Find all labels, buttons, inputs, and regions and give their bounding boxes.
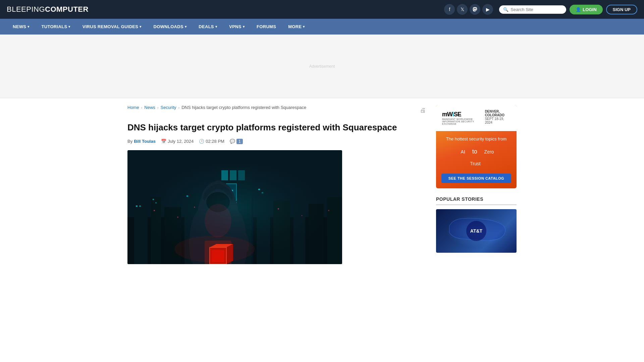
user-icon: 👤 — [576, 7, 581, 12]
ad-headline: AI to Zero Trust — [441, 144, 511, 168]
clock-icon: 🕑 — [199, 139, 204, 144]
sidebar-ad-header: mWiSE MANDIANT WORLDWIDE INFORMATION SEC… — [436, 105, 517, 131]
tutorials-chevron-icon: ▾ — [68, 25, 70, 28]
breadcrumb-sep-2: › — [157, 106, 159, 110]
nav-more[interactable]: MORE ▾ — [282, 19, 311, 35]
ad-location: DENVER, COLORADO — [485, 110, 512, 117]
mastodon-icon[interactable] — [470, 4, 480, 15]
virus-chevron-icon: ▾ — [140, 25, 141, 28]
ad-tagline: The hottest security topics from — [441, 136, 511, 141]
nav-news[interactable]: NEWS ▾ — [7, 19, 36, 35]
article-hero-svg: 8 0 0 — [127, 150, 342, 264]
nav-forums[interactable]: FORUMS — [251, 19, 282, 35]
att-thumbnail: AT&T — [436, 209, 517, 253]
sidebar: mWiSE MANDIANT WORLDWIDE INFORMATION SEC… — [436, 105, 517, 264]
breadcrumb-row: Home › News › Security › DNS hijacks tar… — [127, 105, 426, 116]
popular-stories-title: POPULAR STORIES — [436, 196, 517, 205]
author-link[interactable]: Bill Toulas — [134, 139, 156, 144]
att-logo-badge: AT&T — [466, 221, 486, 241]
nav-virus-removal[interactable]: VIRUS REMOVAL GUIDES ▾ — [76, 19, 148, 35]
breadcrumb-home[interactable]: Home — [127, 105, 139, 110]
logo-bold: COMPUTER — [45, 5, 89, 13]
article-time: 🕑 02:28 PM — [199, 139, 224, 144]
by-label: By — [127, 139, 132, 144]
article-meta: By Bill Toulas 📅 July 12, 2024 🕑 02:28 P… — [127, 139, 426, 144]
article-date: 📅 July 12, 2024 — [161, 139, 194, 144]
nav-vpns[interactable]: VPNS ▾ — [223, 19, 251, 35]
facebook-icon[interactable]: f — [444, 4, 455, 15]
sidebar-ad-body: The hottest security topics from AI to Z… — [436, 131, 517, 188]
more-chevron-icon: ▾ — [303, 25, 305, 28]
login-button[interactable]: 👤 LOGIN — [570, 5, 602, 14]
article-comments[interactable]: 💬 1 — [230, 139, 243, 144]
search-box[interactable]: 🔍 — [499, 5, 566, 14]
downloads-chevron-icon: ▾ — [185, 25, 186, 28]
mwise-logo: mWiSE MANDIANT WORLDWIDE INFORMATION SEC… — [441, 110, 480, 126]
breadcrumb-sep-3: › — [178, 106, 180, 110]
main-container: Home › News › Security › DNS hijacks tar… — [121, 98, 523, 271]
search-input[interactable] — [511, 7, 562, 12]
main-nav: NEWS ▾ TUTORIALS ▾ VIRUS REMOVAL GUIDES … — [0, 19, 644, 35]
breadcrumb-security[interactable]: Security — [161, 105, 176, 110]
ad-cta-button[interactable]: SEE THE SESSION CATALOG — [441, 174, 511, 183]
signup-button[interactable]: SIGN UP — [606, 5, 637, 14]
site-logo[interactable]: BLEEPINGCOMPUTER — [7, 5, 89, 14]
comment-count: 1 — [236, 139, 243, 144]
breadcrumb-sep-1: › — [141, 106, 143, 110]
social-icons: f 𝕏 ▶ — [444, 4, 493, 15]
breadcrumb-news[interactable]: News — [144, 105, 155, 110]
search-icon: 🔍 — [503, 7, 508, 12]
vpns-chevron-icon: ▾ — [243, 25, 245, 28]
calendar-icon: 📅 — [161, 139, 166, 144]
svg-point-47 — [174, 236, 255, 262]
deals-chevron-icon: ▾ — [215, 25, 217, 28]
header-right: f 𝕏 ▶ 🔍 👤 LOGIN SIGN UP — [444, 4, 637, 15]
twitter-icon[interactable]: 𝕏 — [457, 4, 468, 15]
article-column: Home › News › Security › DNS hijacks tar… — [127, 105, 426, 264]
nav-deals[interactable]: DEALS ▾ — [193, 19, 223, 35]
comment-icon: 💬 — [230, 139, 235, 144]
nav-downloads[interactable]: DOWNLOADS ▾ — [148, 19, 193, 35]
ad-banner: Advertisement — [0, 35, 644, 98]
logo-plain: BLEEPING — [7, 5, 45, 13]
nav-tutorials[interactable]: TUTORIALS ▾ — [36, 19, 76, 35]
article-image: 8 0 0 — [127, 150, 342, 264]
ad-dates: SEPT 18-19, 2024 — [485, 117, 512, 124]
popular-stories: POPULAR STORIES AT&T — [436, 196, 517, 253]
print-icon[interactable]: 🖨 — [420, 107, 426, 114]
popular-story-image[interactable]: AT&T — [436, 209, 517, 253]
youtube-icon[interactable]: ▶ — [482, 4, 493, 15]
sidebar-ad[interactable]: mWiSE MANDIANT WORLDWIDE INFORMATION SEC… — [436, 105, 517, 188]
breadcrumb-current: DNS hijacks target crypto platforms regi… — [181, 105, 306, 110]
site-header: BLEEPINGCOMPUTER f 𝕏 ▶ 🔍 👤 LOGIN SIGN UP — [0, 0, 644, 19]
breadcrumb: Home › News › Security › DNS hijacks tar… — [127, 105, 306, 110]
article-title: DNS hijacks target crypto platforms regi… — [127, 122, 426, 133]
news-chevron-icon: ▾ — [28, 25, 29, 28]
article-author: By Bill Toulas — [127, 139, 156, 144]
